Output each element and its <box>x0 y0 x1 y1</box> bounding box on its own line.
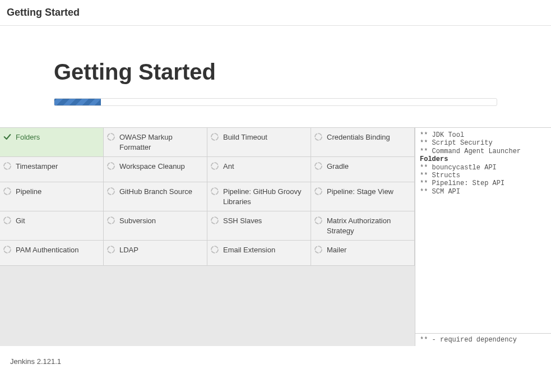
spinner-icon <box>210 132 220 141</box>
spinner-icon <box>210 187 220 196</box>
plugin-label: Git <box>16 216 99 226</box>
plugin-label: SSH Slaves <box>223 216 306 226</box>
plugin-cell: LDAP <box>104 241 207 266</box>
log-line: ** Command Agent Launcher <box>420 147 547 155</box>
plugin-label: Email Extension <box>223 245 306 255</box>
spinner-icon <box>313 245 323 254</box>
plugin-label: Workspace Cleanup <box>119 162 202 172</box>
log-panel: ** JDK Tool** Script Security** Command … <box>415 127 551 346</box>
grid-filler <box>0 266 415 346</box>
plugin-label: Build Timeout <box>223 132 306 142</box>
spinner-icon <box>2 187 12 196</box>
plugin-cell: Credentials Binding <box>311 128 415 157</box>
plugin-label: LDAP <box>119 245 202 255</box>
spinner-icon <box>106 187 116 196</box>
plugin-row: PipelineGitHub Branch SourcePipeline: Gi… <box>0 182 415 211</box>
plugin-label: Subversion <box>119 216 202 226</box>
spinner-icon <box>313 216 323 225</box>
plugins-grid: FoldersOWASP Markup FormatterBuild Timeo… <box>0 127 415 346</box>
plugin-label: PAM Authentication <box>16 245 99 255</box>
spinner-icon <box>2 162 12 170</box>
spinner-icon <box>210 245 220 254</box>
plugin-label: Mailer <box>327 245 410 255</box>
plugin-cell: Ant <box>207 157 311 182</box>
plugin-cell: GitHub Branch Source <box>104 182 207 211</box>
plugin-label: Pipeline: Stage View <box>327 187 410 197</box>
plugin-cell: Git <box>0 211 104 241</box>
spinner-icon <box>313 187 323 196</box>
plugin-cell: Build Timeout <box>207 128 311 157</box>
plugin-cell: Gradle <box>311 157 415 182</box>
plugin-cell: PAM Authentication <box>0 241 104 266</box>
spinner-icon <box>2 216 12 225</box>
log-line: Folders <box>420 155 547 163</box>
log-footer: ** - required dependency <box>415 333 551 346</box>
progress-bar <box>54 98 497 106</box>
plugin-label: Gradle <box>327 162 410 172</box>
spinner-icon <box>210 216 220 225</box>
plugin-cell: Matrix Authorization Strategy <box>311 211 415 241</box>
title-section: Getting Started <box>0 59 551 106</box>
page-title: Getting Started <box>54 59 497 85</box>
plugin-label: Matrix Authorization Strategy <box>327 216 410 236</box>
version-text: Jenkins 2.121.1 <box>10 357 61 366</box>
log-body: ** JDK Tool** Script Security** Command … <box>415 128 551 333</box>
log-line: ** Script Security <box>420 139 547 147</box>
plugin-label: Pipeline: GitHub Groovy Libraries <box>223 187 306 206</box>
log-line: ** Structs <box>420 172 547 179</box>
plugin-cell: Email Extension <box>207 241 311 266</box>
log-line: ** bouncycastle API <box>420 164 547 172</box>
plugin-label: Credentials Binding <box>327 132 410 142</box>
plugin-label: OWASP Markup Formatter <box>119 132 202 152</box>
log-line: ** JDK Tool <box>420 131 547 139</box>
progress-fill <box>54 99 101 105</box>
log-line: ** Pipeline: Step API <box>420 179 547 187</box>
plugin-row: GitSubversionSSH SlavesMatrix Authorizat… <box>0 211 415 241</box>
plugin-cell: SSH Slaves <box>207 211 311 241</box>
plugin-cell: Pipeline <box>0 182 104 211</box>
plugin-cell: Pipeline: GitHub Groovy Libraries <box>207 182 311 211</box>
spinner-icon <box>106 132 116 141</box>
plugin-cell: Pipeline: Stage View <box>311 182 415 211</box>
spinner-icon <box>313 132 323 141</box>
spinner-icon <box>106 245 116 254</box>
spinner-icon <box>106 216 116 225</box>
plugin-label: Timestamper <box>16 162 99 172</box>
plugin-row: FoldersOWASP Markup FormatterBuild Timeo… <box>0 128 415 157</box>
plugin-cell: Workspace Cleanup <box>104 157 207 182</box>
spinner-icon <box>313 162 323 170</box>
plugin-cell: Subversion <box>104 211 207 241</box>
plugin-cell: OWASP Markup Formatter <box>104 128 207 157</box>
spinner-icon <box>210 162 220 170</box>
plugin-cell: Mailer <box>311 241 415 266</box>
plugin-label: Folders <box>16 132 99 142</box>
plugin-cell: Timestamper <box>0 157 104 182</box>
plugin-label: Ant <box>223 162 306 172</box>
log-line: ** SCM API <box>420 188 547 196</box>
spinner-icon <box>106 162 116 170</box>
footer: Jenkins 2.121.1 <box>0 346 551 377</box>
plugin-label: Pipeline <box>16 187 99 197</box>
main-area: Getting Started FoldersOWASP Markup Form… <box>0 26 551 346</box>
spinner-icon <box>2 245 12 254</box>
header-title: Getting Started <box>7 7 80 18</box>
plugin-row: TimestamperWorkspace CleanupAntGradle <box>0 157 415 182</box>
content-row: FoldersOWASP Markup FormatterBuild Timeo… <box>0 127 551 346</box>
header-bar: Getting Started <box>0 0 551 26</box>
plugin-row: PAM AuthenticationLDAPEmail ExtensionMai… <box>0 241 415 266</box>
plugin-label: GitHub Branch Source <box>119 187 202 197</box>
plugin-cell: Folders <box>0 128 104 157</box>
check-icon <box>2 132 12 141</box>
